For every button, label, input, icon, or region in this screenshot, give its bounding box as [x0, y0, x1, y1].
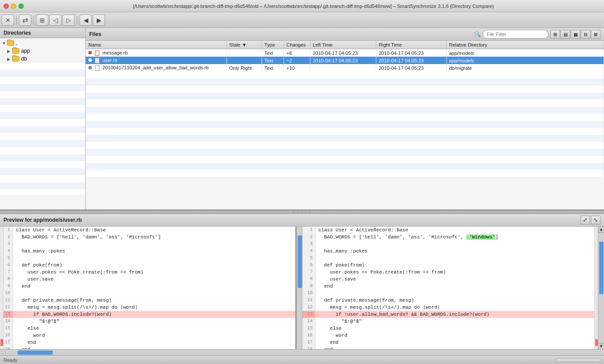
toolbar-separator-3 [77, 16, 77, 25]
folder-icon-root [7, 40, 14, 46]
resize-handle[interactable]: • • • • • [0, 210, 604, 214]
toolbar-separator-2 [33, 16, 34, 25]
file-icon [95, 65, 99, 71]
line-row-changed: 13 if BAD_WORDS.include?(word) [0, 311, 295, 318]
right-scrollbar[interactable]: ▲ ▼ [598, 227, 604, 349]
main-area: Directories ▼ . ▶ app ▶ db [0, 28, 604, 364]
preview-section: Preview for app/models/user.rb ⤢ ⤡ 1clas… [0, 214, 604, 355]
folder-icon-db [12, 56, 19, 61]
middle-scrollbar[interactable] [296, 227, 302, 349]
col-right-time[interactable]: Right Time [376, 41, 446, 49]
dir-label-db: db [21, 56, 27, 62]
close-traffic-light[interactable] [4, 4, 9, 9]
file-dir-cell: app/models [446, 57, 604, 64]
line-row: 7 user.pokes << Poke.create(:from => fro… [302, 269, 598, 276]
folder-icon-app [12, 48, 19, 54]
table-row[interactable]: 20100417110204_add_user_allow_bad_words.… [86, 64, 604, 72]
preview-icon-btn-2[interactable]: ⤡ [591, 216, 600, 224]
table-row[interactable]: user.rb Text ~2 2010-04-17 04:05:23 2010… [86, 57, 604, 64]
maximize-traffic-light[interactable] [18, 4, 24, 9]
line-row: 6 def poke(from) [0, 262, 295, 269]
scroll-up-btn[interactable]: ▲ [598, 227, 604, 233]
minimize-traffic-light[interactable] [11, 4, 16, 9]
view-btn-5[interactable]: ⊠ [591, 30, 600, 39]
change-indicator [0, 339, 3, 346]
dir-toggle-root[interactable]: ▼ [2, 41, 7, 46]
line-row: 18 end [302, 346, 598, 349]
line-row: 4 has_many :pokes [302, 248, 598, 255]
line-row: 16 word [302, 332, 598, 339]
view-btn-3[interactable]: ▦ [571, 30, 580, 39]
file-type-cell: Text [262, 57, 284, 64]
dir-item-app[interactable]: ▶ app [0, 47, 85, 55]
file-type-cell: Text [262, 49, 284, 57]
line-row: 12 mesg = mesg.split(/\s+/).map do |word… [302, 304, 598, 311]
dir-item-root[interactable]: ▼ . [0, 39, 85, 47]
dir-label-app: app [21, 48, 30, 54]
back-button[interactable]: ◀ [80, 14, 92, 26]
forward-button[interactable]: ▶ [93, 14, 105, 26]
progress-bar-area [18, 358, 600, 362]
file-right-time-cell: 2010-04-17 04:05:23 [376, 64, 446, 72]
sync-button[interactable]: ⇄ [19, 14, 31, 26]
file-name-cell[interactable]: message.rb [86, 49, 226, 57]
col-left-time[interactable]: Left Time [310, 41, 376, 49]
status-dot [88, 66, 92, 69]
preview-header: Preview for app/models/user.rb ⤢ ⤡ [0, 214, 604, 227]
table-row[interactable]: message.rb Text +6 2010-04-17 04:05:23 2… [86, 49, 604, 57]
dir-item-db[interactable]: ▶ db [0, 55, 85, 63]
scroll-down-btn[interactable]: ▼ [598, 343, 604, 349]
line-row: 2 BAD_WORDS = ['hell', 'damn', 'ass', 'M… [302, 234, 598, 241]
file-right-time-cell: 2010-04-17 04:05:23 [376, 49, 446, 57]
col-rel-dir[interactable]: Relative Directory [446, 41, 604, 49]
right-arrow-button[interactable]: ▷ [62, 14, 75, 26]
col-changes[interactable]: Changes [284, 41, 310, 49]
file-name-cell[interactable]: user.rb [86, 57, 226, 64]
file-changes-cell: +10 [284, 64, 310, 72]
line-row: 5 [302, 255, 598, 262]
col-name[interactable]: Name [86, 41, 226, 49]
line-row-changed: 13 if !user.allow_bad_words? && BAD_WORD… [302, 311, 598, 318]
view-btn-2[interactable]: ▤ [560, 30, 570, 39]
line-row: 9 end [0, 283, 295, 290]
diff-content-right[interactable]: 1class User < ActiveRecord::Base 2 BAD_W… [302, 227, 598, 349]
line-row: 10 [0, 290, 295, 297]
scrollbar-thumb [298, 235, 302, 288]
right-change-bar [594, 227, 598, 349]
file-left-time-cell: 2010-04-17 04:05:23 [310, 49, 376, 57]
status-text: Ready [4, 357, 18, 363]
close-button[interactable]: ✕ [2, 14, 14, 26]
file-filter-input[interactable] [483, 30, 549, 39]
grid-view-button[interactable]: ⊞ [36, 14, 48, 26]
line-row: 11 def private_message(from, mesg) [0, 297, 295, 304]
col-state[interactable]: State ▼ [226, 41, 262, 49]
line-row: 8 user.save [0, 276, 295, 283]
file-changes-cell: ~2 [284, 57, 310, 64]
directories-panel: Directories ▼ . ▶ app ▶ db [0, 28, 86, 209]
view-btn-1[interactable]: ⊞ [550, 30, 560, 39]
line-row: 6 def poke(from) [302, 262, 598, 269]
files-header-title: Files [89, 31, 101, 37]
horizontal-scrollbar[interactable] [0, 349, 604, 355]
line-row: 1class User < ActiveRecord::Base [302, 227, 598, 234]
col-type[interactable]: Type [262, 41, 284, 49]
file-state-cell: Only Right [226, 64, 262, 72]
file-state-cell [226, 57, 262, 64]
files-panel: Files 🔍 ⊞ ▤ ▦ ⊟ ⊠ [86, 28, 604, 209]
traffic-lights [4, 4, 24, 9]
diff-content-left[interactable]: 1class User < ActiveRecord::Base 2 BAD_W… [0, 227, 295, 349]
dir-toggle-db[interactable]: ▶ [7, 57, 12, 61]
file-left-time-cell: 2010-04-17 04:05:23 [310, 57, 376, 64]
right-scrollbar-thumb [599, 241, 604, 294]
left-arrow-button[interactable]: ◁ [49, 14, 62, 26]
line-row: 12 mesg = mesg.split(/\s+/).map do |word… [0, 304, 295, 311]
line-row: 3 [302, 241, 598, 248]
line-row: 9 end [302, 283, 598, 290]
diff-pane-left: 1class User < ActiveRecord::Base 2 BAD_W… [0, 227, 296, 349]
window-title: [/Users/scottwb/src/testapp/.git-branch-… [26, 4, 600, 9]
dir-toggle-app[interactable]: ▶ [7, 49, 12, 54]
preview-icon-btn-1[interactable]: ⤢ [580, 216, 590, 224]
highlight-add: 'Windows' [466, 234, 495, 240]
view-btn-4[interactable]: ⊟ [581, 30, 590, 39]
file-name-cell[interactable]: 20100417110204_add_user_allow_bad_words.… [86, 64, 226, 72]
